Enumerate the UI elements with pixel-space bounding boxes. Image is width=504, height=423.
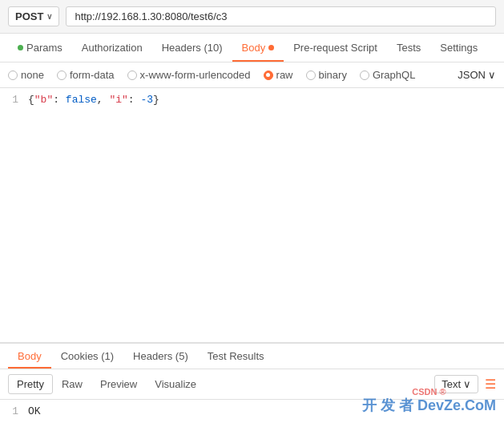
body-type-none[interactable]: none xyxy=(8,69,44,81)
format-raw[interactable]: Raw xyxy=(53,374,91,394)
radio-graphql xyxy=(360,70,369,80)
method-label: POST xyxy=(15,10,43,22)
body-type-binary[interactable]: binary xyxy=(306,69,347,81)
response-tab-test-results[interactable]: Test Results xyxy=(198,344,274,369)
method-chevron: ∨ xyxy=(46,12,52,21)
body-dot xyxy=(268,45,274,50)
code-line-1: 1 {"b": false, "i": -3} xyxy=(0,93,504,107)
tab-settings[interactable]: Settings xyxy=(430,34,487,62)
response-tab-cookies[interactable]: Cookies (1) xyxy=(51,344,123,369)
watermark: CSDN ® 开 发 者 DevZe.CoM xyxy=(362,387,496,415)
body-type-bar: none form-data x-www-form-urlencoded raw… xyxy=(0,62,504,88)
tab-headers[interactable]: Headers (10) xyxy=(152,34,232,62)
tab-tests[interactable]: Tests xyxy=(387,34,430,62)
response-content-1: OK xyxy=(28,405,41,417)
app-container: POST ∨ Params Authorization Headers (10)… xyxy=(0,0,504,423)
code-content-1: {"b": false, "i": -3} xyxy=(28,94,159,106)
json-chevron: ∨ xyxy=(488,69,496,81)
tab-body[interactable]: Body xyxy=(232,34,284,62)
format-visualize[interactable]: Visualize xyxy=(146,374,205,394)
params-dot xyxy=(18,45,23,50)
format-preview[interactable]: Preview xyxy=(91,374,146,394)
radio-form-data xyxy=(57,70,67,80)
format-pretty[interactable]: Pretty xyxy=(8,374,53,394)
response-tab-nav: Body Cookies (1) Headers (5) Test Result… xyxy=(0,344,504,369)
radio-binary xyxy=(306,70,316,80)
response-tab-body[interactable]: Body xyxy=(8,344,51,369)
radio-urlencoded xyxy=(127,70,137,80)
request-section: POST ∨ Params Authorization Headers (10)… xyxy=(0,0,504,342)
url-input[interactable] xyxy=(66,6,496,26)
response-tab-headers[interactable]: Headers (5) xyxy=(123,344,198,369)
tab-authorization[interactable]: Authorization xyxy=(72,34,152,62)
radio-raw xyxy=(264,70,273,80)
tab-pre-request[interactable]: Pre-request Script xyxy=(284,34,387,62)
url-bar: POST ∨ xyxy=(0,0,504,34)
body-type-form-data[interactable]: form-data xyxy=(57,69,115,81)
method-select[interactable]: POST ∨ xyxy=(8,6,59,26)
body-type-graphql[interactable]: GraphQL xyxy=(360,69,415,81)
body-type-raw[interactable]: raw xyxy=(264,69,293,81)
body-type-urlencoded[interactable]: x-www-form-urlencoded xyxy=(127,69,251,81)
radio-none xyxy=(8,70,18,80)
request-tab-nav: Params Authorization Headers (10) Body P… xyxy=(0,34,504,62)
tab-params[interactable]: Params xyxy=(8,34,72,62)
code-editor[interactable]: 1 {"b": false, "i": -3} xyxy=(0,88,504,264)
json-type-selector[interactable]: JSON ∨ xyxy=(458,69,496,81)
